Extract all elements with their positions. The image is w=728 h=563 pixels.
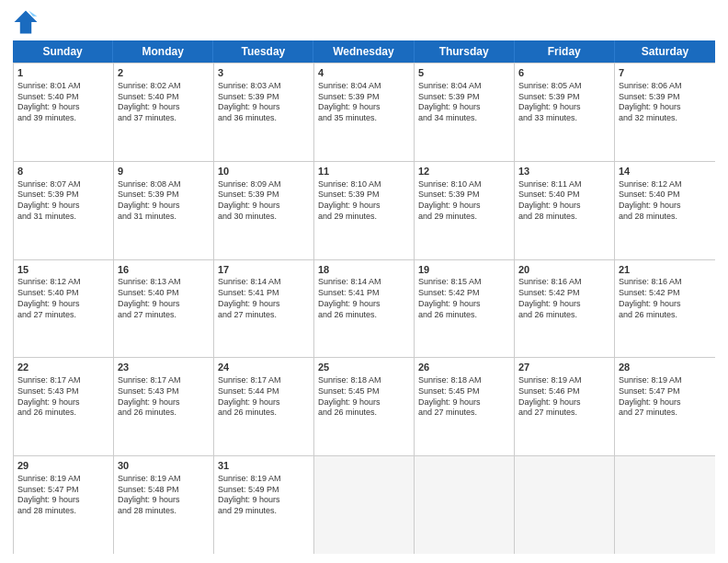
calendar-cell-30: 30Sunrise: 8:19 AM Sunset: 5:48 PM Dayli…: [114, 456, 214, 554]
calendar-cell-21: 21Sunrise: 8:16 AM Sunset: 5:42 PM Dayli…: [615, 260, 715, 358]
day-info: Sunrise: 8:01 AM Sunset: 5:40 PM Dayligh…: [17, 81, 109, 124]
calendar-cell-14: 14Sunrise: 8:12 AM Sunset: 5:40 PM Dayli…: [615, 162, 715, 259]
calendar-cell-22: 22Sunrise: 8:17 AM Sunset: 5:43 PM Dayli…: [14, 358, 114, 455]
calendar-cell-8: 8Sunrise: 8:07 AM Sunset: 5:39 PM Daylig…: [14, 162, 114, 259]
calendar-cell-2: 2Sunrise: 8:02 AM Sunset: 5:40 PM Daylig…: [114, 63, 214, 161]
calendar-row-2: 15Sunrise: 8:12 AM Sunset: 5:40 PM Dayli…: [14, 260, 715, 359]
calendar-cell-empty: [515, 456, 615, 554]
day-info: Sunrise: 8:12 AM Sunset: 5:40 PM Dayligh…: [17, 277, 109, 320]
day-number: 7: [619, 66, 711, 80]
calendar: SundayMondayTuesdayWednesdayThursdayFrid…: [13, 40, 715, 554]
weekday-header-monday: Monday: [113, 40, 213, 63]
day-info: Sunrise: 8:17 AM Sunset: 5:44 PM Dayligh…: [218, 375, 310, 419]
calendar-body: 1Sunrise: 8:01 AM Sunset: 5:40 PM Daylig…: [13, 63, 715, 554]
day-info: Sunrise: 8:19 AM Sunset: 5:49 PM Dayligh…: [218, 474, 310, 517]
day-number: 29: [17, 459, 109, 473]
day-info: Sunrise: 8:14 AM Sunset: 5:41 PM Dayligh…: [218, 277, 310, 320]
calendar-cell-5: 5Sunrise: 8:04 AM Sunset: 5:39 PM Daylig…: [415, 63, 515, 161]
day-number: 17: [218, 263, 310, 277]
calendar-row-4: 29Sunrise: 8:19 AM Sunset: 5:47 PM Dayli…: [14, 456, 715, 554]
day-number: 31: [218, 459, 310, 473]
weekday-header-wednesday: Wednesday: [313, 40, 414, 63]
day-number: 14: [619, 165, 711, 178]
calendar-row-1: 8Sunrise: 8:07 AM Sunset: 5:39 PM Daylig…: [14, 162, 715, 260]
calendar-cell-19: 19Sunrise: 8:15 AM Sunset: 5:42 PM Dayli…: [415, 260, 515, 358]
day-info: Sunrise: 8:05 AM Sunset: 5:39 PM Dayligh…: [518, 81, 610, 124]
day-info: Sunrise: 8:18 AM Sunset: 5:45 PM Dayligh…: [418, 375, 510, 419]
day-info: Sunrise: 8:14 AM Sunset: 5:41 PM Dayligh…: [318, 277, 410, 320]
day-number: 18: [318, 263, 410, 277]
day-number: 24: [218, 361, 310, 374]
calendar-cell-28: 28Sunrise: 8:19 AM Sunset: 5:47 PM Dayli…: [615, 358, 715, 455]
day-number: 25: [318, 361, 410, 374]
calendar-cell-15: 15Sunrise: 8:12 AM Sunset: 5:40 PM Dayli…: [14, 260, 114, 358]
day-info: Sunrise: 8:07 AM Sunset: 5:39 PM Dayligh…: [17, 179, 109, 223]
day-number: 22: [17, 361, 109, 374]
day-number: 2: [118, 66, 210, 80]
logo: [13, 9, 42, 35]
calendar-cell-27: 27Sunrise: 8:19 AM Sunset: 5:46 PM Dayli…: [515, 358, 615, 455]
calendar-cell-31: 31Sunrise: 8:19 AM Sunset: 5:49 PM Dayli…: [214, 456, 314, 554]
calendar-cell-23: 23Sunrise: 8:17 AM Sunset: 5:43 PM Dayli…: [114, 358, 214, 455]
day-info: Sunrise: 8:16 AM Sunset: 5:42 PM Dayligh…: [619, 277, 711, 320]
day-info: Sunrise: 8:09 AM Sunset: 5:39 PM Dayligh…: [218, 179, 310, 223]
day-info: Sunrise: 8:11 AM Sunset: 5:40 PM Dayligh…: [518, 179, 610, 223]
day-info: Sunrise: 8:04 AM Sunset: 5:39 PM Dayligh…: [318, 81, 410, 124]
day-info: Sunrise: 8:15 AM Sunset: 5:42 PM Dayligh…: [418, 277, 510, 320]
day-info: Sunrise: 8:18 AM Sunset: 5:45 PM Dayligh…: [318, 375, 410, 419]
day-number: 12: [418, 165, 510, 178]
day-number: 8: [17, 165, 109, 178]
calendar-row-3: 22Sunrise: 8:17 AM Sunset: 5:43 PM Dayli…: [14, 358, 715, 456]
calendar-cell-11: 11Sunrise: 8:10 AM Sunset: 5:39 PM Dayli…: [314, 162, 415, 259]
calendar-cell-7: 7Sunrise: 8:06 AM Sunset: 5:39 PM Daylig…: [615, 63, 715, 161]
calendar-cell-26: 26Sunrise: 8:18 AM Sunset: 5:45 PM Dayli…: [415, 358, 515, 455]
day-number: 5: [418, 66, 510, 80]
calendar-cell-9: 9Sunrise: 8:08 AM Sunset: 5:39 PM Daylig…: [114, 162, 214, 259]
calendar-cell-25: 25Sunrise: 8:18 AM Sunset: 5:45 PM Dayli…: [314, 358, 415, 455]
logo-icon: [13, 9, 39, 35]
day-number: 15: [17, 263, 109, 277]
day-info: Sunrise: 8:04 AM Sunset: 5:39 PM Dayligh…: [418, 81, 510, 124]
calendar-cell-12: 12Sunrise: 8:10 AM Sunset: 5:39 PM Dayli…: [415, 162, 515, 259]
day-number: 6: [518, 66, 610, 80]
day-number: 11: [318, 165, 410, 178]
day-number: 19: [418, 263, 510, 277]
calendar-cell-3: 3Sunrise: 8:03 AM Sunset: 5:39 PM Daylig…: [214, 63, 314, 161]
weekday-header-friday: Friday: [515, 40, 615, 63]
calendar-cell-13: 13Sunrise: 8:11 AM Sunset: 5:40 PM Dayli…: [515, 162, 615, 259]
day-info: Sunrise: 8:02 AM Sunset: 5:40 PM Dayligh…: [118, 81, 210, 124]
day-info: Sunrise: 8:16 AM Sunset: 5:42 PM Dayligh…: [518, 277, 610, 320]
day-number: 4: [318, 66, 410, 80]
day-info: Sunrise: 8:10 AM Sunset: 5:39 PM Dayligh…: [418, 179, 510, 223]
weekday-header-saturday: Saturday: [615, 40, 715, 63]
calendar-row-0: 1Sunrise: 8:01 AM Sunset: 5:40 PM Daylig…: [14, 63, 715, 162]
calendar-cell-29: 29Sunrise: 8:19 AM Sunset: 5:47 PM Dayli…: [14, 456, 114, 554]
calendar-cell-24: 24Sunrise: 8:17 AM Sunset: 5:44 PM Dayli…: [214, 358, 314, 455]
calendar-cell-17: 17Sunrise: 8:14 AM Sunset: 5:41 PM Dayli…: [214, 260, 314, 358]
day-info: Sunrise: 8:13 AM Sunset: 5:40 PM Dayligh…: [118, 277, 210, 320]
day-info: Sunrise: 8:19 AM Sunset: 5:47 PM Dayligh…: [619, 375, 711, 419]
day-number: 16: [118, 263, 210, 277]
day-info: Sunrise: 8:17 AM Sunset: 5:43 PM Dayligh…: [17, 375, 109, 419]
day-number: 20: [518, 263, 610, 277]
weekday-header-thursday: Thursday: [415, 40, 515, 63]
day-number: 26: [418, 361, 510, 374]
day-info: Sunrise: 8:12 AM Sunset: 5:40 PM Dayligh…: [619, 179, 711, 223]
day-number: 9: [118, 165, 210, 178]
calendar-cell-4: 4Sunrise: 8:04 AM Sunset: 5:39 PM Daylig…: [314, 63, 415, 161]
calendar-cell-10: 10Sunrise: 8:09 AM Sunset: 5:39 PM Dayli…: [214, 162, 314, 259]
calendar-cell-empty: [615, 456, 715, 554]
day-info: Sunrise: 8:19 AM Sunset: 5:47 PM Dayligh…: [17, 474, 109, 517]
page: SundayMondayTuesdayWednesdayThursdayFrid…: [0, 0, 728, 563]
day-number: 10: [218, 165, 310, 178]
day-info: Sunrise: 8:17 AM Sunset: 5:43 PM Dayligh…: [118, 375, 210, 419]
day-info: Sunrise: 8:10 AM Sunset: 5:39 PM Dayligh…: [318, 179, 410, 223]
calendar-cell-empty: [314, 456, 415, 554]
day-number: 23: [118, 361, 210, 374]
day-info: Sunrise: 8:19 AM Sunset: 5:48 PM Dayligh…: [118, 474, 210, 517]
weekday-header-tuesday: Tuesday: [213, 40, 313, 63]
day-number: 13: [518, 165, 610, 178]
day-number: 1: [17, 66, 109, 80]
calendar-cell-6: 6Sunrise: 8:05 AM Sunset: 5:39 PM Daylig…: [515, 63, 615, 161]
day-info: Sunrise: 8:06 AM Sunset: 5:39 PM Dayligh…: [619, 81, 711, 124]
